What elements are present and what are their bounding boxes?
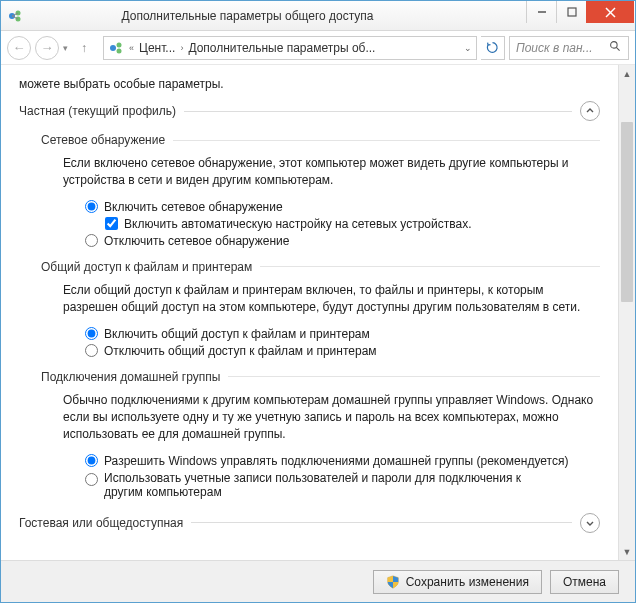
scroll-thumb[interactable] — [621, 122, 633, 302]
expand-guest-button[interactable] — [580, 513, 600, 533]
search-icon — [609, 40, 622, 56]
intro-text: можете выбрать особые параметры. — [19, 77, 600, 91]
svg-point-12 — [611, 41, 618, 48]
scroll-track[interactable] — [619, 82, 635, 543]
radio-network-discovery-off[interactable]: Отключить сетевое обнаружение — [85, 234, 600, 248]
titlebar: Дополнительные параметры общего доступа — [1, 1, 635, 31]
homegroup-desc: Обычно подключениями к другим компьютера… — [63, 392, 600, 444]
chevron-right-icon: « — [126, 43, 137, 53]
chevron-right-icon: › — [177, 43, 186, 53]
svg-line-13 — [616, 47, 619, 50]
scroll-up-button[interactable]: ▲ — [619, 65, 635, 82]
radio-input[interactable] — [85, 344, 98, 357]
radio-input[interactable] — [85, 327, 98, 340]
shield-icon — [386, 575, 400, 589]
radio-input[interactable] — [85, 454, 98, 467]
breadcrumb-item[interactable]: Дополнительные параметры об... — [188, 41, 375, 55]
scroll-down-button[interactable]: ▼ — [619, 543, 635, 560]
radio-label: Использовать учетные записи пользователе… — [104, 471, 544, 499]
radio-file-sharing-off[interactable]: Отключить общий доступ к файлам и принте… — [85, 344, 600, 358]
radio-input[interactable] — [85, 234, 98, 247]
window-title: Дополнительные параметры общего доступа — [0, 9, 526, 23]
divider — [184, 111, 572, 112]
radio-label: Включить сетевое обнаружение — [104, 200, 283, 214]
cancel-button-label: Отмена — [563, 575, 606, 589]
chevron-down-icon[interactable]: ⌄ — [464, 43, 472, 53]
section-guest-title: Гостевая или общедоступная — [19, 516, 183, 530]
breadcrumb-icon — [108, 40, 124, 56]
back-button[interactable]: ← — [7, 36, 31, 60]
maximize-button[interactable] — [556, 1, 586, 23]
radio-input[interactable] — [85, 473, 98, 486]
breadcrumb-item[interactable]: Цент... — [139, 41, 175, 55]
svg-point-9 — [110, 45, 116, 51]
search-placeholder: Поиск в пан... — [516, 41, 593, 55]
section-private-title: Частная (текущий профиль) — [19, 104, 176, 118]
svg-point-11 — [117, 48, 122, 53]
forward-button[interactable]: → — [35, 36, 59, 60]
vertical-scrollbar[interactable]: ▲ ▼ — [618, 65, 635, 560]
save-button-label: Сохранить изменения — [406, 575, 529, 589]
divider — [228, 376, 600, 377]
divider — [173, 140, 600, 141]
radio-label: Включить общий доступ к файлам и принтер… — [104, 327, 370, 341]
content-area: можете выбрать особые параметры. Частная… — [1, 65, 618, 560]
navbar: ← → ▾ ↑ « Цент... › Дополнительные парам… — [1, 31, 635, 65]
collapse-private-button[interactable] — [580, 101, 600, 121]
group-file-sharing-title: Общий доступ к файлам и принтерам — [41, 260, 252, 274]
close-button[interactable] — [586, 1, 634, 23]
radio-homegroup-windows[interactable]: Разрешить Windows управлять подключениям… — [85, 454, 600, 468]
cancel-button[interactable]: Отмена — [550, 570, 619, 594]
footer: Сохранить изменения Отмена — [1, 560, 635, 602]
svg-point-10 — [117, 42, 122, 47]
radio-network-discovery-on[interactable]: Включить сетевое обнаружение — [85, 200, 600, 214]
radio-homegroup-user[interactable]: Использовать учетные записи пользователе… — [85, 471, 600, 499]
divider — [260, 266, 600, 267]
search-input[interactable]: Поиск в пан... — [509, 36, 629, 60]
radio-label: Отключить сетевое обнаружение — [104, 234, 289, 248]
history-dropdown[interactable]: ▾ — [63, 43, 77, 53]
radio-input[interactable] — [85, 200, 98, 213]
group-homegroup-title: Подключения домашней группы — [41, 370, 220, 384]
group-network-discovery-title: Сетевое обнаружение — [41, 133, 165, 147]
up-button[interactable]: ↑ — [81, 41, 99, 55]
save-button[interactable]: Сохранить изменения — [373, 570, 542, 594]
file-sharing-desc: Если общий доступ к файлам и принтерам в… — [63, 282, 600, 317]
breadcrumb[interactable]: « Цент... › Дополнительные параметры об.… — [103, 36, 477, 60]
svg-rect-6 — [568, 8, 576, 16]
minimize-button[interactable] — [526, 1, 556, 23]
checkbox-input[interactable] — [105, 217, 118, 230]
refresh-button[interactable] — [481, 36, 505, 60]
network-discovery-desc: Если включено сетевое обнаружение, этот … — [63, 155, 600, 190]
divider — [191, 522, 572, 523]
checkbox-auto-setup[interactable]: Включить автоматическую настройку на сет… — [105, 217, 600, 231]
radio-label: Разрешить Windows управлять подключениям… — [104, 454, 568, 468]
radio-label: Отключить общий доступ к файлам и принте… — [104, 344, 377, 358]
radio-file-sharing-on[interactable]: Включить общий доступ к файлам и принтер… — [85, 327, 600, 341]
checkbox-label: Включить автоматическую настройку на сет… — [124, 217, 472, 231]
